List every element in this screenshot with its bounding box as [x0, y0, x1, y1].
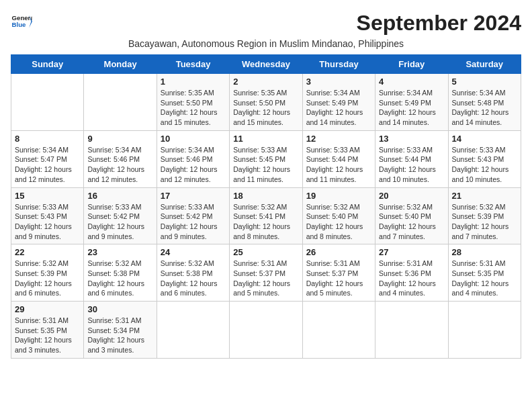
day-info: Sunrise: 5:33 AMSunset: 5:43 PMDaylight:… — [15, 202, 80, 242]
weekday-header-monday: Monday — [84, 55, 157, 74]
day-info: Sunrise: 5:31 AMSunset: 5:37 PMDaylight:… — [306, 259, 371, 298]
calendar-cell — [230, 302, 302, 359]
day-number: 9 — [87, 134, 152, 144]
calendar-week-4: 22Sunrise: 5:32 AMSunset: 5:39 PMDayligh… — [11, 244, 521, 302]
day-number: 2 — [233, 77, 298, 87]
day-info: Sunrise: 5:31 AMSunset: 5:36 PMDaylight:… — [379, 259, 444, 298]
calendar-cell: 8Sunrise: 5:34 AMSunset: 5:47 PMDaylight… — [11, 130, 84, 187]
day-info: Sunrise: 5:34 AMSunset: 5:49 PMDaylight:… — [379, 88, 444, 128]
day-number: 19 — [306, 191, 371, 201]
calendar-body: 1Sunrise: 5:35 AMSunset: 5:50 PMDaylight… — [11, 74, 521, 359]
calendar-cell: 15Sunrise: 5:33 AMSunset: 5:43 PMDayligh… — [11, 187, 84, 244]
calendar-cell — [375, 302, 448, 359]
day-info: Sunrise: 5:35 AMSunset: 5:50 PMDaylight:… — [161, 88, 226, 128]
calendar-cell: 25Sunrise: 5:31 AMSunset: 5:37 PMDayligh… — [230, 244, 302, 302]
day-info: Sunrise: 5:35 AMSunset: 5:50 PMDaylight:… — [233, 88, 298, 128]
weekday-header-wednesday: Wednesday — [230, 55, 302, 74]
day-info: Sunrise: 5:33 AMSunset: 5:44 PMDaylight:… — [379, 145, 444, 185]
calendar-cell — [11, 74, 84, 131]
day-info: Sunrise: 5:32 AMSunset: 5:38 PMDaylight:… — [87, 259, 152, 298]
calendar-week-5: 29Sunrise: 5:31 AMSunset: 5:35 PMDayligh… — [11, 302, 521, 359]
calendar-cell: 5Sunrise: 5:34 AMSunset: 5:48 PMDaylight… — [448, 74, 521, 131]
day-number: 4 — [379, 77, 444, 87]
day-number: 23 — [87, 247, 152, 257]
weekday-header-tuesday: Tuesday — [157, 55, 229, 74]
day-info: Sunrise: 5:34 AMSunset: 5:49 PMDaylight:… — [306, 88, 371, 128]
weekday-header-sunday: Sunday — [11, 55, 84, 74]
day-info: Sunrise: 5:32 AMSunset: 5:39 PMDaylight:… — [452, 202, 517, 242]
day-info: Sunrise: 5:34 AMSunset: 5:48 PMDaylight:… — [452, 88, 517, 128]
calendar-cell: 16Sunrise: 5:33 AMSunset: 5:42 PMDayligh… — [84, 187, 157, 244]
calendar-cell: 29Sunrise: 5:31 AMSunset: 5:35 PMDayligh… — [11, 302, 84, 359]
day-info: Sunrise: 5:31 AMSunset: 5:34 PMDaylight:… — [87, 316, 152, 355]
day-number: 5 — [452, 77, 517, 87]
day-number: 8 — [15, 134, 80, 144]
day-info: Sunrise: 5:33 AMSunset: 5:45 PMDaylight:… — [233, 145, 298, 185]
day-number: 14 — [452, 134, 517, 144]
calendar-week-3: 15Sunrise: 5:33 AMSunset: 5:43 PMDayligh… — [11, 187, 521, 244]
calendar-cell: 1Sunrise: 5:35 AMSunset: 5:50 PMDaylight… — [157, 74, 229, 131]
calendar-cell: 4Sunrise: 5:34 AMSunset: 5:49 PMDaylight… — [375, 74, 448, 131]
day-number: 18 — [233, 191, 298, 201]
weekday-header-saturday: Saturday — [448, 55, 521, 74]
calendar-cell: 24Sunrise: 5:32 AMSunset: 5:38 PMDayligh… — [157, 244, 229, 302]
day-info: Sunrise: 5:33 AMSunset: 5:43 PMDaylight:… — [452, 145, 517, 185]
day-info: Sunrise: 5:32 AMSunset: 5:38 PMDaylight:… — [161, 259, 226, 298]
day-info: Sunrise: 5:34 AMSunset: 5:47 PMDaylight:… — [15, 145, 80, 185]
day-info: Sunrise: 5:32 AMSunset: 5:41 PMDaylight:… — [233, 202, 298, 242]
calendar-cell: 21Sunrise: 5:32 AMSunset: 5:39 PMDayligh… — [448, 187, 521, 244]
day-number: 30 — [87, 304, 152, 314]
calendar-cell — [448, 302, 521, 359]
calendar-cell: 11Sunrise: 5:33 AMSunset: 5:45 PMDayligh… — [230, 130, 302, 187]
day-number: 22 — [15, 247, 80, 257]
calendar-cell: 17Sunrise: 5:33 AMSunset: 5:42 PMDayligh… — [157, 187, 229, 244]
calendar-cell: 30Sunrise: 5:31 AMSunset: 5:34 PMDayligh… — [84, 302, 157, 359]
calendar-cell: 9Sunrise: 5:34 AMSunset: 5:46 PMDaylight… — [84, 130, 157, 187]
day-info: Sunrise: 5:32 AMSunset: 5:40 PMDaylight:… — [306, 202, 371, 242]
day-number: 25 — [233, 247, 298, 257]
calendar-cell: 12Sunrise: 5:33 AMSunset: 5:44 PMDayligh… — [302, 130, 375, 187]
day-number: 29 — [15, 304, 80, 314]
calendar-cell: 23Sunrise: 5:32 AMSunset: 5:38 PMDayligh… — [84, 244, 157, 302]
day-info: Sunrise: 5:33 AMSunset: 5:42 PMDaylight:… — [87, 202, 152, 242]
calendar-cell: 27Sunrise: 5:31 AMSunset: 5:36 PMDayligh… — [375, 244, 448, 302]
weekday-header-thursday: Thursday — [302, 55, 375, 74]
day-info: Sunrise: 5:34 AMSunset: 5:46 PMDaylight:… — [87, 145, 152, 185]
svg-text:Blue: Blue — [12, 21, 26, 28]
general-blue-logo: General Blue — [11, 11, 32, 32]
calendar-cell: 13Sunrise: 5:33 AMSunset: 5:44 PMDayligh… — [375, 130, 448, 187]
day-number: 3 — [306, 77, 371, 87]
calendar-cell: 2Sunrise: 5:35 AMSunset: 5:50 PMDaylight… — [230, 74, 302, 131]
page-title: September 2024 — [357, 11, 521, 36]
day-number: 10 — [161, 134, 226, 144]
calendar-cell — [302, 302, 375, 359]
day-number: 11 — [233, 134, 298, 144]
calendar-cell: 14Sunrise: 5:33 AMSunset: 5:43 PMDayligh… — [448, 130, 521, 187]
calendar-week-2: 8Sunrise: 5:34 AMSunset: 5:47 PMDaylight… — [11, 130, 521, 187]
calendar-cell: 20Sunrise: 5:32 AMSunset: 5:40 PMDayligh… — [375, 187, 448, 244]
calendar-cell: 22Sunrise: 5:32 AMSunset: 5:39 PMDayligh… — [11, 244, 84, 302]
subtitle: Bacayawan, Autonomous Region in Muslim M… — [11, 38, 521, 49]
day-number: 17 — [161, 191, 226, 201]
calendar-cell: 26Sunrise: 5:31 AMSunset: 5:37 PMDayligh… — [302, 244, 375, 302]
day-number: 12 — [306, 134, 371, 144]
day-number: 13 — [379, 134, 444, 144]
day-number: 15 — [15, 191, 80, 201]
day-number: 21 — [452, 191, 517, 201]
day-info: Sunrise: 5:32 AMSunset: 5:40 PMDaylight:… — [379, 202, 444, 242]
day-number: 1 — [161, 77, 226, 87]
calendar-cell: 3Sunrise: 5:34 AMSunset: 5:49 PMDaylight… — [302, 74, 375, 131]
day-number: 27 — [379, 247, 444, 257]
day-number: 20 — [379, 191, 444, 201]
day-info: Sunrise: 5:31 AMSunset: 5:37 PMDaylight:… — [233, 259, 298, 298]
day-info: Sunrise: 5:33 AMSunset: 5:42 PMDaylight:… — [161, 202, 226, 242]
calendar-header: SundayMondayTuesdayWednesdayThursdayFrid… — [11, 55, 521, 74]
calendar-cell — [157, 302, 229, 359]
calendar-cell — [84, 74, 157, 131]
day-info: Sunrise: 5:32 AMSunset: 5:39 PMDaylight:… — [15, 259, 80, 298]
day-info: Sunrise: 5:31 AMSunset: 5:35 PMDaylight:… — [452, 259, 517, 298]
day-number: 24 — [161, 247, 226, 257]
day-number: 28 — [452, 247, 517, 257]
day-number: 26 — [306, 247, 371, 257]
calendar-cell: 28Sunrise: 5:31 AMSunset: 5:35 PMDayligh… — [448, 244, 521, 302]
